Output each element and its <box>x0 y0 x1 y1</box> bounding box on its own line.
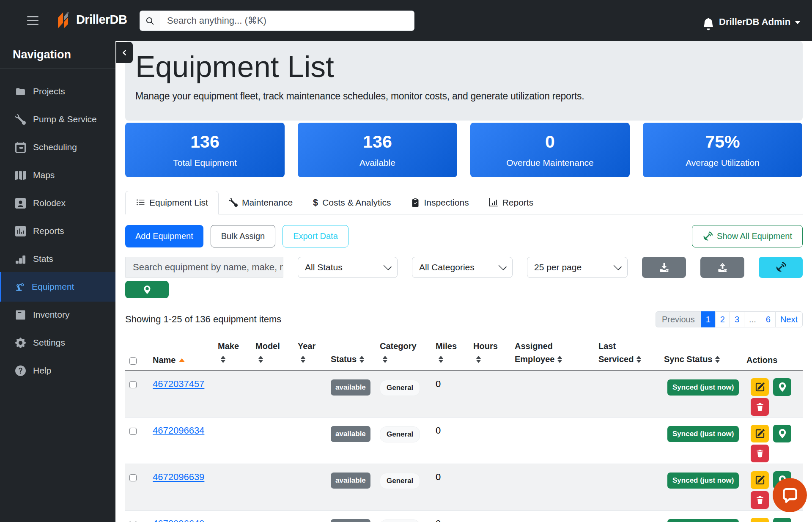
svg-text:$: $ <box>313 198 318 207</box>
